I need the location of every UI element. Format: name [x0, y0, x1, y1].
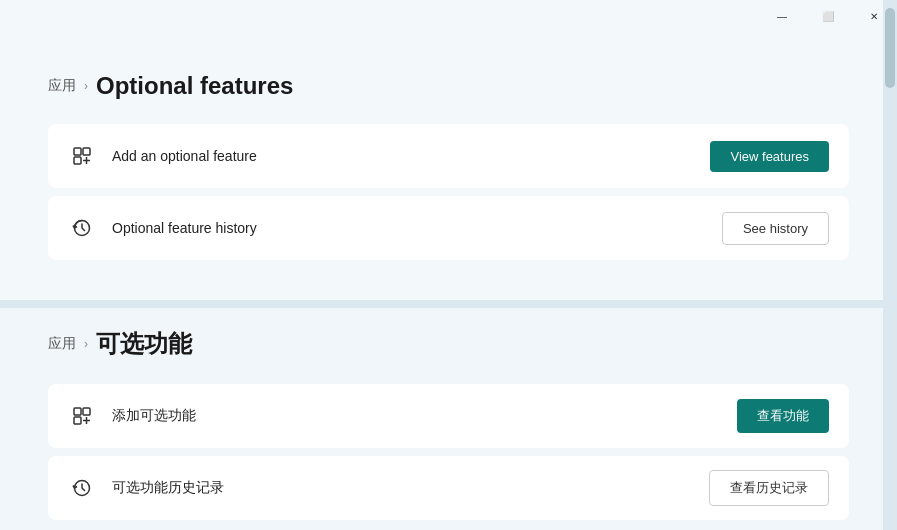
history-icon	[68, 214, 96, 242]
view-features-button[interactable]: View features	[710, 141, 829, 172]
view-features-button-cn[interactable]: 查看功能	[737, 399, 829, 433]
feature-history-card-cn: 可选功能历史记录 查看历史记录	[48, 456, 849, 520]
add-feature-card: Add an optional feature View features	[48, 124, 849, 188]
svg-rect-0	[74, 148, 81, 155]
breadcrumb-sep-top: ›	[84, 79, 88, 93]
page-title-top: Optional features	[96, 72, 293, 100]
breadcrumb-app-bottom[interactable]: 应用	[48, 335, 76, 353]
add-feature-icon	[68, 142, 96, 170]
see-history-button-cn[interactable]: 查看历史记录	[709, 470, 829, 506]
feature-history-card: Optional feature history See history	[48, 196, 849, 260]
svg-rect-6	[74, 408, 81, 415]
breadcrumb-bottom: 应用 › 可选功能	[48, 308, 849, 360]
title-bar: — ⬜ ✕	[759, 0, 897, 32]
add-feature-card-cn: 添加可选功能 查看功能	[48, 384, 849, 448]
add-feature-icon-cn	[68, 402, 96, 430]
breadcrumb-app-top[interactable]: 应用	[48, 77, 76, 95]
svg-rect-7	[83, 408, 90, 415]
breadcrumb-sep-bottom: ›	[84, 337, 88, 351]
svg-rect-1	[83, 148, 90, 155]
add-feature-label: Add an optional feature	[112, 148, 710, 164]
page-title-bottom: 可选功能	[96, 328, 192, 360]
scrollbar[interactable]	[883, 0, 897, 530]
bottom-panel: 应用 › 可选功能 添加可选功能 查看功能 可选功能历史记录 查看历史记	[0, 308, 897, 530]
top-panel: 应用 › Optional features Add an optional f…	[0, 0, 897, 300]
history-label-cn: 可选功能历史记录	[112, 479, 709, 497]
close-button[interactable]: ✕	[851, 0, 897, 32]
minimize-button[interactable]: —	[759, 0, 805, 32]
maximize-button[interactable]: ⬜	[805, 0, 851, 32]
history-label: Optional feature history	[112, 220, 722, 236]
breadcrumb-top: 应用 › Optional features	[48, 0, 849, 100]
see-history-button[interactable]: See history	[722, 212, 829, 245]
panel-divider	[0, 300, 897, 308]
svg-rect-8	[74, 417, 81, 424]
svg-rect-2	[74, 157, 81, 164]
history-icon-cn	[68, 474, 96, 502]
add-feature-label-cn: 添加可选功能	[112, 407, 737, 425]
